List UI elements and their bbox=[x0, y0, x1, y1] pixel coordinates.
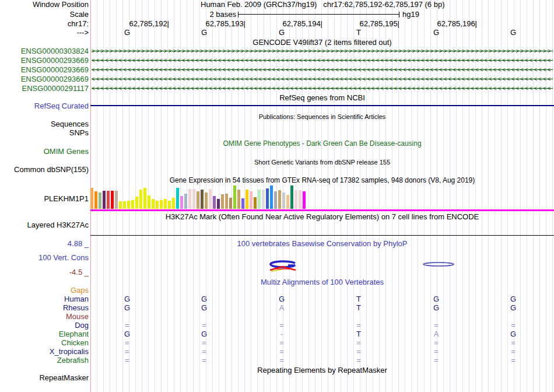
gtex-expression-bar[interactable] bbox=[241, 198, 244, 209]
gene-label[interactable]: ENSG00000303824 bbox=[0, 47, 89, 55]
alignment-cell: = bbox=[507, 339, 520, 347]
gtex-expression-bar[interactable] bbox=[254, 197, 257, 209]
gtex-expression-bar[interactable] bbox=[250, 191, 253, 209]
gtex-expression-bar[interactable] bbox=[258, 190, 261, 209]
gtex-expression-bar[interactable] bbox=[303, 191, 306, 209]
gene-label[interactable]: ENSG00000293669 bbox=[0, 75, 89, 83]
gtex-expression-bar[interactable] bbox=[127, 201, 130, 209]
gtex-expression-bar[interactable] bbox=[294, 190, 297, 209]
gtex-expression-bar[interactable] bbox=[168, 201, 171, 209]
gtex-expression-bar[interactable] bbox=[135, 197, 138, 209]
track-label-h3k27ac[interactable]: Layered H3K27Ac bbox=[0, 221, 89, 229]
gtex-expression-bar[interactable] bbox=[111, 191, 114, 209]
gene-label[interactable]: ENSG00000293669 bbox=[0, 57, 89, 65]
genome-label: hg19 bbox=[402, 10, 419, 19]
multiz-species-label[interactable]: Dog bbox=[0, 321, 89, 330]
gtex-expression-bar[interactable] bbox=[192, 189, 195, 209]
gtex-expression-bar[interactable] bbox=[278, 190, 281, 209]
alignment-cell: = bbox=[275, 356, 288, 365]
gtex-expression-bar[interactable] bbox=[176, 188, 179, 209]
gtex-expression-bar[interactable] bbox=[160, 200, 163, 209]
alignment-cell: G bbox=[121, 330, 134, 338]
gtex-expression-bar[interactable] bbox=[180, 196, 183, 209]
track-label-dbsnp[interactable]: Common dbSNP(155) bbox=[0, 166, 89, 174]
gtex-expression-bar[interactable] bbox=[164, 199, 167, 209]
gtex-expression-bar[interactable] bbox=[209, 189, 212, 209]
track-label-snps[interactable]: SNPs bbox=[0, 129, 89, 137]
gtex-expression-bar[interactable] bbox=[90, 188, 93, 209]
track-label-omim-genes[interactable]: OMIM Genes bbox=[0, 148, 89, 156]
gtex-expression-bar[interactable] bbox=[131, 200, 134, 209]
gtex-expression-bar[interactable] bbox=[188, 189, 191, 209]
gtex-expression-bar[interactable] bbox=[225, 194, 228, 209]
gtex-expression-bar[interactable] bbox=[107, 191, 110, 209]
track-title-publications: Publications: Sequences in Scientific Ar… bbox=[90, 113, 554, 121]
gene-row-arrows[interactable]: <<<<<<<<<<<<<<<<<<<<<<<<<<<<<<<<<<<<<<<<… bbox=[92, 66, 553, 74]
track-label-gaps[interactable]: Gaps bbox=[0, 286, 89, 295]
gtex-expression-bar[interactable] bbox=[184, 194, 187, 209]
gtex-expression-bar[interactable] bbox=[246, 190, 248, 209]
track-label-repeatmasker[interactable]: RepeatMasker bbox=[0, 374, 89, 382]
gtex-expression-bar[interactable] bbox=[139, 190, 142, 209]
multiz-species-label[interactable]: Chicken bbox=[0, 339, 89, 347]
gtex-expression-bar[interactable] bbox=[229, 198, 232, 209]
alignment-cell: G bbox=[198, 330, 211, 338]
gtex-expression-bar[interactable] bbox=[282, 192, 285, 209]
gtex-expression-bar[interactable] bbox=[217, 199, 220, 209]
multiz-species-label[interactable]: Human bbox=[0, 295, 89, 303]
gene-label[interactable]: ENSG00000293669 bbox=[0, 66, 89, 74]
gtex-expression-bar[interactable] bbox=[233, 186, 236, 209]
gtex-expression-bar[interactable] bbox=[307, 191, 310, 209]
gtex-expression-bar[interactable] bbox=[237, 190, 240, 209]
gtex-expression-bar[interactable] bbox=[290, 186, 293, 209]
gtex-expression-bar[interactable] bbox=[94, 191, 97, 209]
gtex-expression-bar[interactable] bbox=[262, 190, 265, 209]
multiz-species-label[interactable]: Zebrafish bbox=[0, 356, 89, 365]
gtex-expression-bar[interactable] bbox=[156, 201, 159, 209]
track-label-sequences[interactable]: Sequences bbox=[0, 120, 89, 128]
gene-row-arrows[interactable]: <<<<<<<<<<<<<<<<<<<<<<<<<<<<<<<<<<<<<<<<… bbox=[92, 57, 553, 65]
gtex-expression-bar[interactable] bbox=[172, 198, 175, 209]
gtex-expression-bar[interactable] bbox=[148, 195, 150, 209]
alignment-cell: G bbox=[507, 304, 520, 312]
gtex-expression-bar[interactable] bbox=[152, 199, 155, 209]
gene-row-arrows[interactable]: <<<<<<<<<<<<<<<<<<<<<<<<<<<<<<<<<<<<<<<<… bbox=[92, 75, 553, 83]
phylop-max-tick: 4.88 _ bbox=[0, 240, 89, 248]
gene-label[interactable]: ENSG00000291117 bbox=[0, 85, 89, 93]
gtex-expression-bar[interactable] bbox=[205, 192, 208, 209]
gtex-expression-bar[interactable] bbox=[119, 201, 122, 209]
conservation-wiggle-glyph-2 bbox=[422, 261, 455, 268]
gtex-expression-bar[interactable] bbox=[123, 201, 126, 209]
gtex-expression-bar[interactable] bbox=[103, 191, 106, 209]
alignment-cell: = bbox=[352, 339, 365, 347]
gtex-expression-bar[interactable] bbox=[213, 196, 216, 209]
alignment-cell: T bbox=[352, 330, 365, 338]
multiz-species-label[interactable]: X_tropicalis bbox=[0, 348, 89, 356]
alignment-cell: G bbox=[198, 304, 211, 312]
alignment-cell: G bbox=[121, 295, 134, 303]
multiz-species-label[interactable]: Mouse bbox=[0, 313, 89, 321]
gtex-expression-bar[interactable] bbox=[221, 194, 224, 209]
multiz-species-label[interactable]: Elephant bbox=[0, 330, 89, 338]
track-label-phylop[interactable]: 100 Vert. Cons bbox=[0, 254, 89, 262]
gtex-expression-bar[interactable] bbox=[274, 191, 277, 209]
gtex-expression-bar[interactable] bbox=[143, 188, 146, 209]
alignment-cell: = bbox=[121, 339, 134, 347]
track-label-refseq-curated[interactable]: RefSeq Curated bbox=[0, 102, 89, 110]
gtex-expression-bar[interactable] bbox=[299, 190, 301, 209]
gtex-expression-bar[interactable] bbox=[197, 191, 199, 209]
gtex-expression-bar[interactable] bbox=[286, 195, 289, 209]
gtex-expression-bar[interactable] bbox=[270, 186, 273, 209]
gtex-expression-bar[interactable] bbox=[266, 188, 269, 209]
window-position-label: Window Position bbox=[0, 1, 89, 9]
assembly-name: Human Feb. 2009 (GRCh37/hg19) bbox=[201, 0, 317, 9]
multiz-species-label[interactable]: Rhesus bbox=[0, 304, 89, 312]
scale-label: Scale bbox=[0, 10, 89, 19]
gene-row-arrows[interactable]: >>>>>>>>>>>>>>>>>>>>>>>>>>>>>>>>>>>>>>>>… bbox=[92, 47, 553, 55]
track-label-gtex-gene[interactable]: PLEKHM1P1 bbox=[0, 195, 89, 203]
gtex-expression-bar[interactable] bbox=[201, 190, 204, 209]
gtex-expression-bar[interactable] bbox=[99, 192, 101, 209]
refseq-curated-item[interactable] bbox=[90, 105, 554, 106]
gene-row-arrows[interactable]: <<<<<<<<<<<<<<<<<<<<<<<<<<<<<<<<<<<<<<<<… bbox=[92, 85, 553, 93]
gtex-expression-bar[interactable] bbox=[115, 191, 118, 209]
